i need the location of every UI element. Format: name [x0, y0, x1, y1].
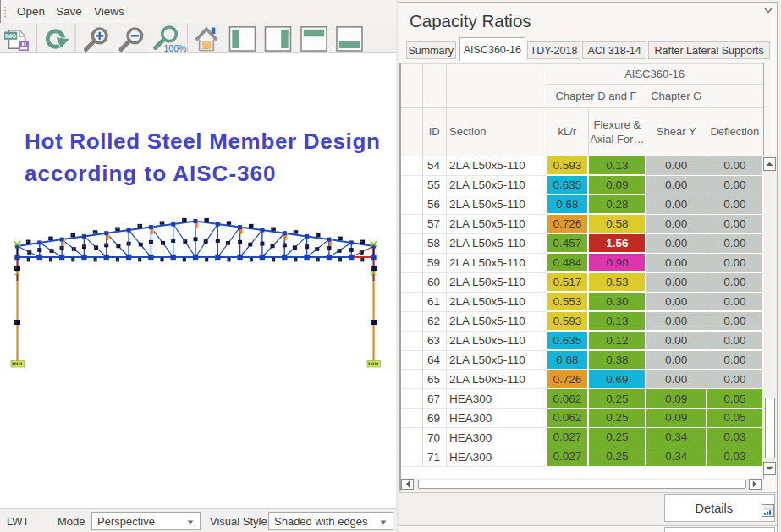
svg-text:IMG: IMG — [5, 33, 17, 39]
